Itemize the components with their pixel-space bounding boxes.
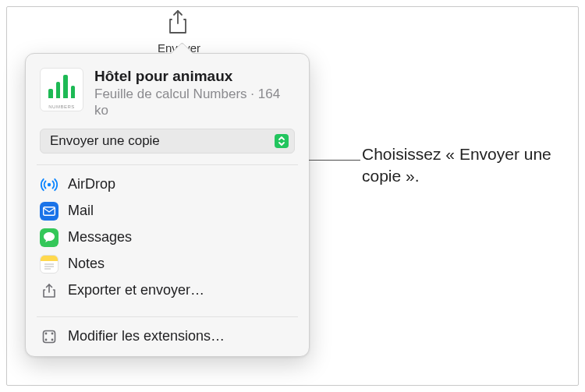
menu-item-notes[interactable]: Notes [32,251,303,277]
svg-point-0 [48,182,51,185]
menu-item-label: Messages [68,229,132,245]
callout-text: Choisissez « Envoyer une copie ». [362,143,582,188]
divider [37,164,298,165]
export-icon [40,281,58,300]
divider [37,316,298,317]
messages-icon [40,228,58,247]
menu-item-export[interactable]: Exporter et envoyer… [32,277,303,304]
file-header: NUMBERS Hôtel pour animaux Feuille de ca… [26,65,309,129]
menu-item-label: Modifier les extensions… [68,328,225,344]
airdrop-icon [40,175,58,194]
mail-icon [40,202,58,221]
menu-item-extensions[interactable]: Modifier les extensions… [32,323,303,350]
svg-point-6 [51,332,54,334]
extensions-icon [40,327,58,346]
menu-item-airdrop[interactable]: AirDrop [32,171,303,198]
menu-item-label: AirDrop [68,176,115,192]
menu-item-label: Mail [68,203,94,219]
share-mode-selected-label: Envoyer une copie [50,133,160,149]
share-popover: NUMBERS Hôtel pour animaux Feuille de ca… [25,53,310,357]
share-icon [167,9,189,38]
menu-item-label: Notes [68,256,105,272]
dropdown-stepper-icon [275,134,289,148]
callout-leader-line [309,160,360,161]
file-icon-caption: NUMBERS [41,104,83,109]
menu-item-mail[interactable]: Mail [32,198,303,224]
share-mode-select[interactable]: Envoyer une copie [40,129,295,154]
svg-rect-9 [44,330,55,342]
svg-rect-1 [44,207,55,215]
svg-point-7 [45,338,48,341]
svg-point-5 [45,332,48,334]
file-title: Hôtel pour animaux [94,68,295,85]
numbers-file-icon: NUMBERS [40,68,83,111]
share-destinations-list: AirDrop Mail Messages [26,170,309,305]
menu-item-messages[interactable]: Messages [32,224,303,251]
menu-item-label: Exporter et envoyer… [68,282,204,298]
svg-point-8 [51,338,54,341]
notes-icon [40,255,58,274]
file-subtitle: Feuille de calcul Numbers · 164 ko [94,86,295,119]
